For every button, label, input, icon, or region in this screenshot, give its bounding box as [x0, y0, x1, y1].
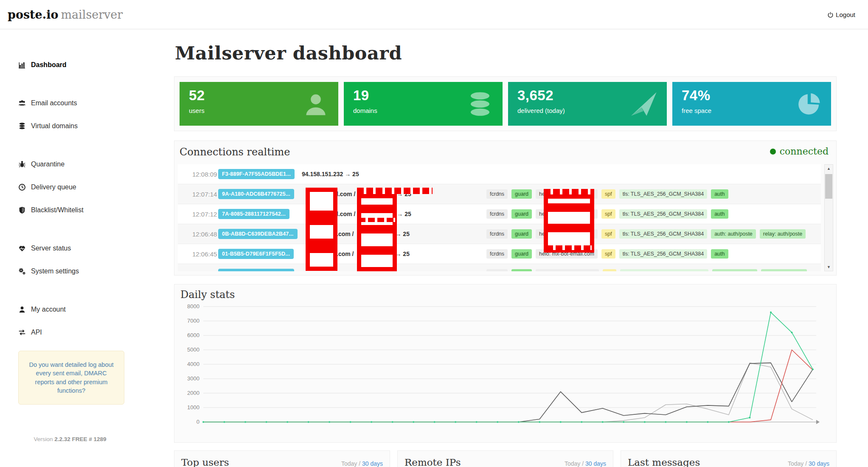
- sidebar-item-system-settings[interactable]: System settings: [0, 265, 170, 278]
- redaction-overlay: [357, 229, 397, 250]
- redaction-overlay: [544, 194, 594, 208]
- row-time: 12:06:45: [192, 250, 217, 258]
- connection-id-badge[interactable]: C3-885F-5C6E5745DC7A...: [218, 269, 294, 271]
- status-badge: helo: mw-bot-email.com: [536, 269, 599, 271]
- sidebar-item-label: System settings: [31, 267, 79, 275]
- sidebar-item-label: Blacklist/Whitelist: [31, 206, 84, 214]
- redaction-overlay: [306, 243, 337, 249]
- status-badge: fcrdns: [486, 229, 508, 239]
- panel-top-users: Top users Today / 30 days: [174, 450, 390, 467]
- gears-icon: [18, 267, 26, 275]
- scrollbar-thumb[interactable]: [825, 174, 832, 199]
- heartbeat-icon: [18, 245, 26, 252]
- connections-title: Connections realtime: [180, 146, 290, 158]
- today-link[interactable]: Today: [341, 460, 357, 467]
- badge-list: fcrdnsguardhelo: mx-bot-email.comspftls:…: [486, 249, 819, 259]
- sidebar-item-delivery-queue[interactable]: Delivery queue: [0, 181, 170, 194]
- panel-last-messages: Last messages Today / 30 days: [621, 450, 837, 467]
- status-badge: tls: TLS_AES_256_GCM_SHA384: [619, 249, 708, 259]
- stat-card-delivered[interactable]: 3,652 delivered (today): [508, 82, 667, 126]
- svg-text:7000: 7000: [187, 318, 199, 324]
- connection-id-badge[interactable]: F3-889F-A7F55AD5BDE1...: [218, 169, 295, 179]
- status-badge: spf: [601, 189, 615, 199]
- bar-chart-icon: [18, 61, 26, 69]
- status-badge: auth: auth/poste: [712, 269, 757, 271]
- status-badge: relay: auth/poste: [760, 229, 806, 239]
- badge-list: fcrdnsguardhelo: mx-bot-email.comspftls:…: [486, 209, 819, 219]
- row-time: 12:07:12: [192, 211, 217, 218]
- panel-title: Last messages: [628, 457, 700, 467]
- version-value: 2.2.32 FREE # 1289: [54, 436, 106, 442]
- stat-card-free-space[interactable]: 74% free space: [672, 82, 831, 126]
- sidebar: Dashboard Email accounts Virtual domains…: [0, 30, 170, 467]
- connection-id-badge[interactable]: 0B-AB8D-C639DEBA2B47...: [218, 229, 298, 239]
- daily-stats-panel: Daily stats 8000700060005000400030002000…: [174, 284, 837, 443]
- paper-plane-icon: [629, 89, 658, 119]
- logo-primary: poste.io: [8, 8, 58, 21]
- logout-button[interactable]: Logout: [827, 11, 855, 18]
- status-badge: tls: TLS_AES_256_GCM_SHA384: [620, 269, 708, 271]
- status-badge: fcrdns: [486, 249, 508, 259]
- connection-id-badge[interactable]: 01-B5B5-D79E6F1F5F5D...: [218, 249, 294, 259]
- top-bar: poste.iomailserver Logout: [0, 0, 868, 29]
- thirty-days-link[interactable]: 30 days: [585, 460, 606, 467]
- sidebar-item-label: Email accounts: [31, 99, 77, 107]
- status-badge: fcrdns: [486, 209, 508, 219]
- sidebar-item-my-account[interactable]: My account: [0, 303, 170, 316]
- bug-icon: [18, 160, 26, 168]
- status-badge: guard: [511, 249, 532, 259]
- svg-text:1000: 1000: [187, 404, 199, 411]
- today-link[interactable]: Today: [788, 460, 803, 467]
- user-icon: [302, 90, 330, 118]
- redaction-overlay: [544, 208, 594, 228]
- sidebar-item-server-status[interactable]: Server status: [0, 242, 170, 255]
- status-badge: tls: TLS_AES_256_GCM_SHA384: [619, 189, 708, 199]
- thirty-days-link[interactable]: 30 days: [362, 460, 383, 467]
- sidebar-item-label: Delivery queue: [31, 183, 76, 191]
- stat-card-domains[interactable]: 19 domains: [344, 82, 503, 126]
- sidebar-item-api[interactable]: API: [0, 326, 170, 339]
- svg-text:8000: 8000: [187, 303, 199, 309]
- svg-text:2000: 2000: [187, 390, 199, 396]
- status-badge: auth: auth/poste: [711, 229, 756, 239]
- status-badge: relay: auth/poste: [761, 269, 807, 271]
- status-badge: tls: TLS_AES_256_GCM_SHA384: [619, 229, 708, 239]
- redaction-overlay: [306, 221, 337, 243]
- sidebar-item-blacklist-whitelist[interactable]: Blacklist/Whitelist: [0, 204, 170, 217]
- table-scrollbar[interactable]: ▲ ▼: [824, 164, 833, 271]
- status-badge: guard: [511, 229, 532, 239]
- svg-text:4000: 4000: [187, 361, 199, 367]
- connection-status-label: connected: [780, 146, 829, 157]
- sidebar-item-dashboard[interactable]: Dashboard: [0, 59, 170, 71]
- redaction-overlay: [359, 218, 395, 222]
- page-title: Mailserver dashboard: [175, 42, 868, 64]
- stat-card-users[interactable]: 52 users: [180, 82, 338, 126]
- scrollbar-down-arrow[interactable]: ▼: [825, 263, 833, 271]
- clock-icon: [18, 183, 26, 191]
- svg-text:0: 0: [197, 419, 199, 425]
- connection-row: 12:08:09F3-889F-A7F55AD5BDE1...94.158.15…: [178, 164, 821, 184]
- status-badge: spf: [601, 209, 615, 219]
- shield-icon: [18, 206, 26, 214]
- scrollbar-up-arrow[interactable]: ▲: [825, 165, 833, 172]
- status-badge: guard: [511, 269, 532, 271]
- database-icon: [466, 90, 494, 118]
- status-badge: auth: [711, 249, 728, 259]
- today-link[interactable]: Today: [565, 460, 580, 467]
- sidebar-item-virtual-domains[interactable]: Virtual domains: [0, 120, 170, 132]
- version-text: Version 2.2.32 FREE # 1289: [0, 436, 140, 442]
- connection-id-badge[interactable]: 7A-8085-288117127542...: [218, 209, 289, 219]
- connection-id-badge[interactable]: 9A-A180-ADC6B4776725...: [218, 189, 294, 199]
- badge-list: fcrdnsguardhelo: mw-bot-email.comspftls:…: [486, 269, 819, 271]
- premium-promo-box[interactable]: Do you want detailed log about every sen…: [18, 351, 124, 405]
- redaction-overlay: [306, 188, 337, 215]
- status-badge: fcrdns: [486, 269, 508, 271]
- connection-row: 12:06:4501-B5B5-D79E6F1F5F5D....com /→ 2…: [178, 244, 821, 264]
- exchange-icon: [18, 329, 26, 336]
- sidebar-item-email-accounts[interactable]: Email accounts: [0, 97, 170, 110]
- sidebar-item-label: API: [31, 329, 42, 336]
- sidebar-item-quarantine[interactable]: Quarantine: [0, 158, 170, 171]
- thirty-days-link[interactable]: 30 days: [809, 460, 829, 467]
- connections-table: 12:08:09F3-889F-A7F55AD5BDE1...94.158.15…: [178, 164, 821, 271]
- connected-dot-icon: [770, 149, 776, 155]
